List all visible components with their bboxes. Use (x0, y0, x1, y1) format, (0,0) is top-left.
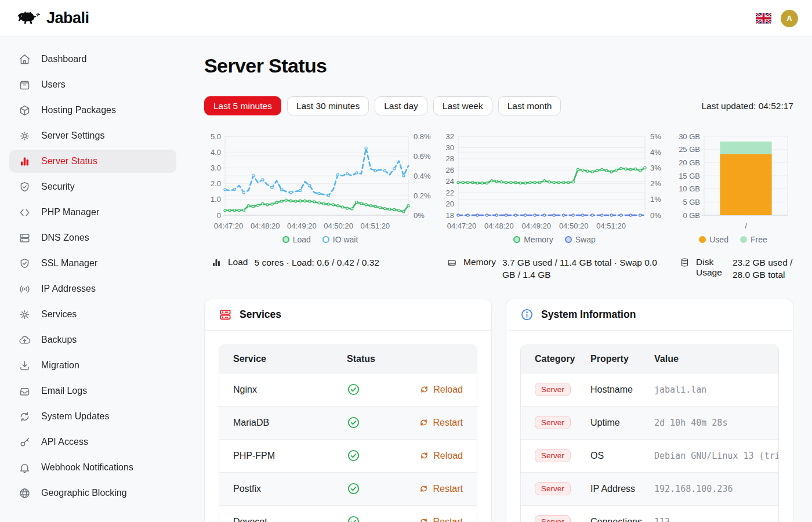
broadcast-icon (19, 282, 31, 295)
service-action-button[interactable]: Restart (419, 517, 463, 522)
filter-last-month[interactable]: Last month (498, 96, 561, 115)
disk-chart-legend: UsedFree (699, 235, 767, 244)
svg-text:25 GB: 25 GB (679, 145, 700, 154)
sidebar-item-services[interactable]: Services (9, 303, 176, 326)
summary-value: 3.7 GB used / 11.4 GB total · Swap 0.0 G… (502, 257, 669, 281)
svg-text:3%: 3% (650, 164, 661, 172)
svg-text:20 GB: 20 GB (679, 158, 700, 167)
sidebar-item-dashboard[interactable]: Dashboard (9, 48, 176, 71)
table-row: Server Connections 113 (521, 505, 778, 522)
metrics-summary-row: Load 5 cores · Load: 0.6 / 0.42 / 0.32 M… (204, 257, 793, 281)
svg-text:4.0: 4.0 (211, 148, 221, 157)
sidebar-item-email-logs[interactable]: Email Logs (9, 379, 176, 403)
info-icon (520, 308, 534, 321)
svg-text:28: 28 (446, 154, 454, 163)
service-action-button[interactable]: Restart (419, 484, 463, 494)
svg-text:22: 22 (446, 188, 454, 197)
download-icon (19, 359, 31, 372)
service-action-button[interactable]: Reload (419, 385, 463, 395)
services-table: Service Status Nginx Reload MariaDB Rest… (219, 345, 477, 522)
sidebar-item-dns-zones[interactable]: DNS Zones (9, 226, 176, 249)
sidebar-nav: Dashboard Users Hosting Packages Server … (0, 37, 186, 522)
service-name: Nginx (233, 385, 343, 395)
used-legend-item: Used (699, 235, 728, 244)
sidebar-item-hosting-packages[interactable]: Hosting Packages (9, 99, 176, 122)
svg-text:2%: 2% (650, 179, 661, 188)
sidebar-item-php-manager[interactable]: PHP Manager (9, 201, 176, 224)
sidebar-item-label: Server Settings (41, 130, 104, 141)
property-value: 192.168.100.236 (654, 484, 778, 494)
legend-swatch (513, 236, 520, 243)
service-action-button[interactable]: Restart (419, 418, 463, 428)
filter-last-day[interactable]: Last day (375, 96, 427, 115)
service-name: Postfix (233, 484, 343, 494)
sidebar-item-server-settings[interactable]: Server Settings (9, 124, 176, 147)
sidebar-item-webhook-notifications[interactable]: Webhook Notifications (9, 456, 176, 479)
svg-text:0%: 0% (414, 211, 425, 220)
svg-text:04:50:20: 04:50:20 (559, 222, 589, 230)
sidebar-item-label: Backups (41, 335, 77, 345)
svg-text:04:51:20: 04:51:20 (596, 222, 626, 230)
service-action-button[interactable]: Reload (419, 451, 463, 461)
disk-summary: Disk Usage 23.2 GB used / 28.0 GB total (673, 257, 793, 281)
brand-logo[interactable]: Jabali (14, 9, 89, 27)
svg-text:04:48:20: 04:48:20 (484, 222, 514, 230)
category-badge: Server (535, 416, 571, 429)
svg-text:2.0: 2.0 (211, 179, 221, 188)
key-icon (19, 436, 31, 448)
refresh-icon (19, 410, 31, 423)
memory-chart: 32302826242220185%4%3%2%1%0%04:47:2004:4… (440, 129, 669, 234)
legend-swatch (282, 236, 289, 243)
sidebar-item-api-access[interactable]: API Access (9, 430, 176, 454)
legend-swatch (699, 236, 706, 243)
sidebar-item-ip-addresses[interactable]: IP Addresses (9, 277, 176, 300)
sidebar-item-backups[interactable]: Backups (9, 328, 176, 351)
svg-text:04:51:20: 04:51:20 (360, 222, 390, 230)
column-header: Category (535, 354, 590, 364)
svg-text:4%: 4% (650, 148, 661, 157)
filter-last-30-minutes[interactable]: Last 30 minutes (287, 96, 369, 115)
filter-last-week[interactable]: Last week (433, 96, 492, 115)
sidebar-item-ssl-manager[interactable]: SSL Manager (9, 252, 176, 275)
uk-flag-icon[interactable] (756, 13, 771, 24)
user-avatar[interactable]: A (781, 10, 798, 27)
memory-summary: Memory 3.7 GB used / 11.4 GB total · Swa… (440, 257, 669, 281)
summary-value: 5 cores · Load: 0.6 / 0.42 / 0.32 (254, 257, 379, 269)
sidebar-item-label: Server Status (41, 156, 97, 166)
system-information-card-header: System Information (506, 299, 793, 331)
disk-chart-block: 30 GB25 GB20 GB15 GB10 GB5 GB0 GB/ UsedF… (673, 129, 793, 244)
svg-text:30 GB: 30 GB (679, 132, 700, 141)
table-row: Server Uptime 2d 10h 40m 28s (521, 406, 778, 439)
sidebar-item-security[interactable]: Security (9, 175, 176, 198)
shield-check-icon (19, 180, 31, 193)
services-card-header: Services (205, 299, 491, 331)
sidebar-item-migration[interactable]: Migration (9, 354, 176, 377)
sidebar-item-system-updates[interactable]: System Updates (9, 405, 176, 428)
category-badge: Server (535, 482, 571, 495)
sidebar-item-label: Email Logs (41, 386, 87, 396)
svg-text:30: 30 (446, 143, 454, 152)
category-badge: Server (535, 449, 571, 462)
swap-legend-item: Swap (565, 235, 596, 244)
globe-icon (19, 487, 31, 499)
card-title: Services (240, 309, 281, 321)
memory-chart-block: 32302826242220185%4%3%2%1%0%04:47:2004:4… (440, 129, 669, 244)
bar-chart-icon (211, 258, 222, 270)
sidebar-item-server-status[interactable]: Server Status (9, 150, 176, 173)
users-icon (19, 78, 31, 91)
filter-last-5-minutes[interactable]: Last 5 minutes (204, 96, 281, 115)
svg-text:/: / (745, 222, 747, 230)
sidebar-item-geographic-blocking[interactable]: Geographic Blocking (9, 481, 176, 505)
svg-text:04:49:20: 04:49:20 (287, 222, 317, 230)
memory-chart-legend: MemorySwap (513, 235, 596, 244)
legend-swatch (740, 236, 747, 243)
service-name: PHP-FPM (233, 451, 343, 461)
cloud-upload-icon (19, 334, 31, 346)
status-ok-icon (343, 482, 413, 495)
system-information-card: System Information Category Property Val… (506, 299, 793, 522)
sidebar-item-users[interactable]: Users (9, 73, 176, 96)
table-row: MariaDB Restart (219, 406, 477, 439)
svg-text:0: 0 (217, 211, 221, 220)
table-row: PHP-FPM Reload (219, 439, 477, 472)
svg-text:5 GB: 5 GB (683, 198, 700, 206)
